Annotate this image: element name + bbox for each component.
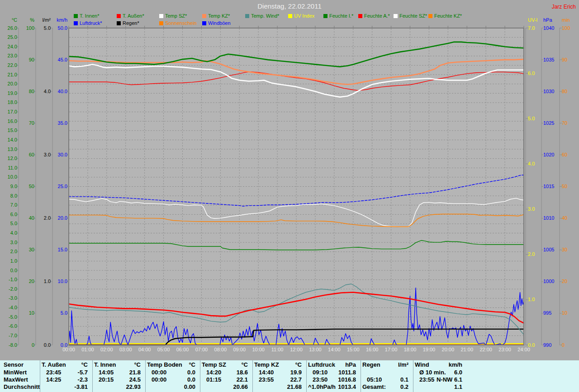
axis-tick-pct: 30	[29, 247, 34, 252]
axis-tick-pct: 40	[29, 216, 34, 221]
x-tick-label: 15:00	[343, 347, 363, 352]
windboeen-swatch-icon	[202, 21, 206, 25]
axis-tick-kmh: 25.0	[58, 184, 67, 189]
table-cell: 18.6	[201, 369, 248, 376]
x-tick-label: 17:00	[381, 347, 401, 352]
legend-item-temp-sz: Temp SZ*	[159, 13, 187, 19]
x-tick-label: 21:00	[457, 347, 477, 352]
axis-tick-c: -6.0	[9, 324, 17, 329]
x-tick-label: 22:00	[476, 347, 496, 352]
table-cell: 0.2	[361, 384, 408, 390]
legend-label: Feuchte SZ*	[399, 13, 427, 19]
axis-unit-min: min	[562, 17, 570, 23]
x-tick-label: 05:00	[154, 347, 174, 352]
axis-tick-hpa: 995	[543, 311, 551, 316]
table-cell: -2.3	[41, 377, 88, 383]
table-cell: 21.8	[93, 369, 141, 376]
axis-tick-c: 20.0	[8, 81, 17, 86]
x-tick-label: 18:00	[400, 347, 420, 352]
legend-label: Sonnenschein	[165, 20, 197, 26]
table-cell: 22.1	[201, 377, 248, 383]
legend-label: UV Index	[294, 13, 314, 19]
table-cell: 21.68	[253, 384, 302, 390]
axis-tick-pct: 10	[29, 311, 34, 316]
axis-tick-min: 40	[562, 216, 567, 221]
axis-tick-c: -5.0	[9, 315, 17, 320]
axis-tick-c: 16.0	[8, 119, 17, 124]
axis-tick-hpa: 1040	[543, 26, 554, 31]
axis-tick-c: 6.0	[10, 212, 17, 217]
axis-tick-min: 0	[562, 343, 565, 348]
table-cell: 22.7	[253, 377, 302, 383]
page-title: Dienstag, 22.02.2011	[0, 2, 579, 10]
axis-tick-c: 9.0	[10, 184, 17, 189]
table-cell: 0.00	[146, 384, 195, 390]
axis-tick-c: -1.0	[9, 277, 17, 282]
axis-tick-kmh: 10.0	[58, 279, 67, 284]
legend-item-feuchte-sz: Feuchte SZ*	[394, 13, 427, 19]
table-cell: 6.0	[414, 369, 462, 376]
regen-swatch-icon	[117, 21, 121, 25]
axis-tick-hpa: 1005	[543, 247, 554, 252]
axis-tick-lm2: 1.0	[44, 279, 51, 284]
table-cell: MaxWert	[4, 377, 28, 383]
axis-tick-hpa: 1015	[543, 184, 554, 189]
axis-tick-hpa: 1010	[543, 216, 554, 221]
legend-label: Feuchte KZ*	[434, 13, 462, 19]
axis-tick-lm2: 5.0	[44, 26, 51, 31]
axis-tick-uv: 1.0	[528, 297, 535, 302]
axis-unit-pct: %	[30, 17, 34, 23]
axis-tick-c: 7.0	[10, 203, 17, 208]
legend-label: Temp. Wind*	[251, 13, 279, 19]
axis-tick-lm2: 4.0	[44, 89, 51, 94]
uv-index-swatch-icon	[288, 14, 292, 18]
legend-item-t-innen: T. Innen*	[74, 13, 99, 19]
legend-label: Feuchte A.*	[364, 13, 390, 19]
legend-item-windboeen: Windböen	[202, 20, 231, 26]
axis-tick-c: 25.0	[8, 35, 17, 40]
axis-tick-c: 23.0	[8, 53, 17, 58]
table-divider	[413, 360, 413, 392]
axis-tick-min: 30	[562, 247, 567, 252]
x-tick-label: 12:00	[286, 347, 306, 352]
axis-tick-c: 5.0	[10, 221, 17, 226]
axis-tick-pct: 20	[29, 279, 34, 284]
axis-tick-min: 60	[562, 152, 567, 157]
x-tick-label: 23:00	[495, 347, 515, 352]
axis-tick-min: 70	[562, 121, 567, 126]
legend-item-temp-wind: Temp. Wind*	[245, 13, 279, 19]
t-innen-swatch-icon	[74, 14, 78, 18]
x-tick-label: 11:00	[267, 347, 287, 352]
legend-label: Temp KZ*	[208, 13, 230, 19]
temp-sz-swatch-icon	[159, 14, 163, 18]
x-tick-label: 13:00	[305, 347, 325, 352]
axis-tick-min: 100	[562, 26, 570, 31]
table-cell: 0.0	[146, 369, 195, 376]
legend-item-feuchte-i: Feuchte I.*	[323, 13, 353, 19]
axis-tick-kmh: 5.0	[61, 311, 67, 316]
axis-tick-c: 11.0	[8, 165, 17, 170]
table-cell: °C	[146, 362, 195, 368]
axis-tick-kmh: 45.0	[58, 57, 67, 62]
axis-tick-pct: 60	[29, 152, 34, 157]
axis-tick-pct: 70	[29, 121, 34, 126]
axis-tick-c: -2.0	[9, 287, 17, 292]
table-cell: °C	[41, 362, 88, 368]
table-cell: 20.66	[201, 384, 248, 390]
table-cell: hPa	[307, 362, 356, 368]
axis-tick-hpa: 1000	[543, 279, 554, 284]
axis-tick-min: 10	[562, 311, 567, 316]
table-cell: Sensor	[4, 362, 24, 368]
table-cell: -3.81	[41, 384, 88, 390]
x-tick-label: 02:00	[97, 347, 117, 352]
table-cell: 19.9	[253, 369, 302, 376]
feuchte-kz-swatch-icon	[428, 14, 432, 18]
axis-tick-c: 13.0	[8, 147, 17, 152]
axis-tick-c: 10.0	[8, 175, 17, 179]
axis-tick-min: 50	[562, 184, 567, 189]
axis-tick-kmh: 40.0	[58, 89, 67, 94]
axis-tick-hpa: 1025	[543, 121, 554, 126]
axis-tick-hpa: 1035	[543, 57, 554, 62]
axis-tick-lm2: 0.0	[44, 343, 51, 348]
axis-tick-lm2: 3.0	[44, 152, 51, 157]
